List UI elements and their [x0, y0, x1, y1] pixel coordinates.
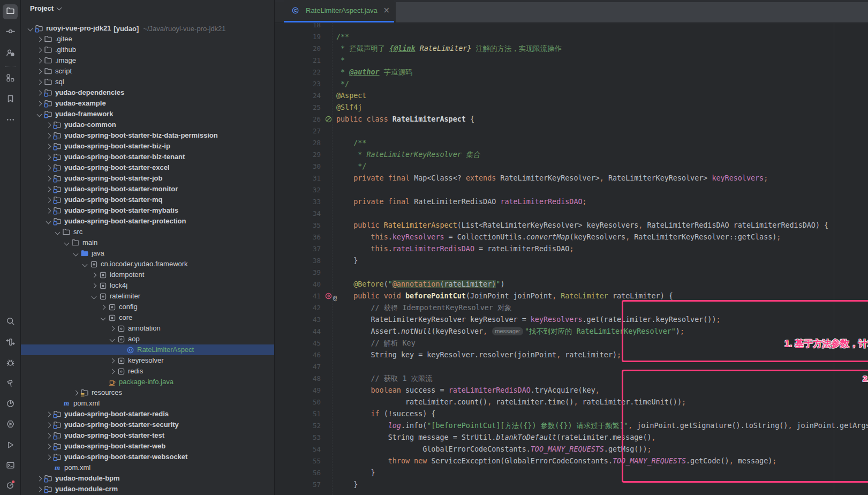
tree-chevron-icon[interactable]	[44, 206, 52, 215]
tree-chevron-icon[interactable]	[44, 163, 52, 172]
commit-tool-button[interactable]	[3, 25, 18, 40]
tree-item-yudao-spring-boot-starter-security[interactable]: yudao-spring-boot-starter-security	[21, 419, 274, 430]
tree-item-yudao-module-crm[interactable]: yudao-module-crm	[21, 484, 274, 494]
tree-item-cn-iocoder-yudao-framework[interactable]: cn.iocoder.yudao.framework	[21, 259, 274, 269]
tree-chevron-icon[interactable]	[108, 335, 116, 343]
tree-item-script[interactable]: script	[21, 66, 274, 77]
tree-chevron-icon[interactable]	[35, 99, 43, 108]
tree-chevron-icon[interactable]	[99, 313, 107, 322]
structure-tool-button[interactable]	[3, 71, 18, 86]
tree-chevron-icon[interactable]	[35, 78, 43, 86]
tree-item-keyresolver[interactable]: keyresolver	[21, 355, 274, 366]
line-number[interactable]: 46	[275, 349, 321, 361]
line-number[interactable]: 32	[275, 184, 321, 196]
tree-chevron-icon[interactable]	[80, 260, 89, 268]
line-number[interactable]: 42	[275, 302, 321, 314]
tree-chevron-icon[interactable]	[35, 35, 43, 43]
tree-item-pom-xml[interactable]: mpom.xml	[21, 462, 274, 473]
line-number[interactable]: 54	[275, 444, 321, 455]
tree-item-yudao-spring-boot-starter-biz-tenant[interactable]: yudao-spring-boot-starter-biz-tenant	[21, 152, 274, 162]
line-number[interactable]: 49	[275, 385, 321, 396]
line-number[interactable]: 19	[275, 31, 321, 43]
line-number[interactable]: 27	[275, 125, 321, 137]
line-number[interactable]: 28	[275, 137, 321, 149]
search-tool-button[interactable]	[3, 314, 18, 329]
tree-chevron-icon[interactable]	[44, 142, 52, 151]
line-number[interactable]: 37	[275, 243, 321, 255]
run-tool-button[interactable]	[3, 438, 18, 453]
line-number[interactable]: 48	[275, 373, 321, 385]
tree-item--github[interactable]: .github	[21, 44, 274, 55]
tree-item-yudao-spring-boot-starter-test[interactable]: yudao-spring-boot-starter-test	[21, 430, 274, 441]
tree-item-ruoyi-vue-pro-jdk21[interactable]: ruoyi-vue-pro-jdk21[yudao]~/Java/ruoyi-v…	[21, 23, 274, 34]
tree-item-redis[interactable]: redis	[21, 366, 274, 377]
gutter-icons[interactable]: @	[324, 292, 337, 301]
line-number[interactable]: 45	[275, 338, 321, 349]
line-number[interactable]: 36	[275, 231, 321, 243]
tree-item-package-info-java[interactable]: package-info.java	[21, 377, 274, 387]
door-arrows-tool-button[interactable]	[3, 335, 18, 350]
tree-item-yudao-spring-boot-starter-monitor[interactable]: yudao-spring-boot-starter-monitor	[21, 184, 274, 194]
tree-item-yudao-dependencies[interactable]: yudao-dependencies	[21, 87, 274, 98]
tree-item-yudao-spring-boot-starter-redis[interactable]: yudao-spring-boot-starter-redis	[21, 409, 274, 419]
line-number[interactable]: 44	[275, 326, 321, 338]
tree-chevron-icon[interactable]	[44, 410, 52, 418]
line-number[interactable]: 29	[275, 149, 321, 161]
tree-item-ratelimiter[interactable]: ratelimiter	[21, 291, 274, 302]
tree-chevron-icon[interactable]	[44, 153, 52, 161]
tree-chevron-icon[interactable]	[35, 46, 43, 54]
line-number[interactable]: 22	[275, 66, 321, 78]
tree-item-yudao-spring-boot-starter-websocket[interactable]: yudao-spring-boot-starter-websocket	[21, 452, 274, 462]
tree-item-annotation[interactable]: annotation	[21, 323, 274, 334]
line-number[interactable]: 34	[275, 208, 321, 220]
line-number[interactable]: 56	[275, 467, 321, 479]
tab-close-icon[interactable]: ×	[383, 6, 390, 14]
debug-tool-button[interactable]	[3, 356, 18, 371]
tree-chevron-icon[interactable]	[44, 121, 52, 129]
tree-chevron-icon[interactable]	[44, 453, 52, 461]
tree-item-pom-xml[interactable]: mpom.xml	[21, 398, 274, 409]
tree-item-core[interactable]: core	[21, 312, 274, 323]
line-number[interactable]: 50	[275, 396, 321, 408]
line-number[interactable]: 20	[275, 43, 321, 55]
line-number[interactable]: 26	[275, 114, 321, 125]
line-number[interactable]: 51	[275, 408, 321, 420]
tree-item-yudao-spring-boot-starter-job[interactable]: yudao-spring-boot-starter-job	[21, 173, 274, 184]
line-number[interactable]: 24	[275, 90, 321, 102]
line-number[interactable]: 25	[275, 102, 321, 114]
tree-item--image[interactable]: .image	[21, 55, 274, 66]
tree-item-idempotent[interactable]: idempotent	[21, 269, 274, 280]
tree-item-yudao-spring-boot-starter-web[interactable]: yudao-spring-boot-starter-web	[21, 441, 274, 452]
line-number[interactable]: 23	[275, 78, 321, 90]
tree-chevron-icon[interactable]	[44, 174, 52, 183]
line-number[interactable]: 39	[275, 267, 321, 279]
tree-chevron-icon[interactable]	[62, 238, 71, 247]
tree-item-aop[interactable]: aop	[21, 334, 274, 344]
editor-tab[interactable]: C RateLimiterAspect.java ×	[284, 0, 394, 22]
tree-item-ratelimiteraspect[interactable]: CRateLimiterAspect	[21, 344, 274, 355]
tree-chevron-icon[interactable]	[71, 388, 80, 397]
tree-chevron-icon[interactable]	[26, 24, 34, 33]
tree-item-java[interactable]: java	[21, 248, 274, 259]
line-number[interactable]: 53	[275, 432, 321, 444]
tree-item-config[interactable]: config	[21, 302, 274, 312]
tree-item-resources[interactable]: resources	[21, 387, 274, 398]
tree-item-src[interactable]: src	[21, 227, 274, 237]
line-number[interactable]: 57	[275, 479, 321, 491]
line-number[interactable]: 43	[275, 314, 321, 326]
tree-item-sql[interactable]: sql	[21, 77, 274, 87]
tree-item-yudao-spring-boot-starter-protection[interactable]: yudao-spring-boot-starter-protection	[21, 216, 274, 227]
tree-item-lock4j[interactable]: lock4j	[21, 280, 274, 291]
line-number[interactable]: 31	[275, 172, 321, 184]
tree-chevron-icon[interactable]	[108, 367, 116, 376]
tree-chevron-icon[interactable]	[44, 421, 52, 429]
tree-chevron-icon[interactable]	[44, 196, 52, 204]
tree-chevron-icon[interactable]	[44, 217, 52, 226]
tree-chevron-icon[interactable]	[44, 431, 52, 440]
line-number[interactable]: 47	[275, 361, 321, 373]
line-number[interactable]: 52	[275, 420, 321, 432]
more-tool-windows-tool-button[interactable]	[3, 113, 18, 128]
tree-chevron-icon[interactable]	[108, 324, 116, 333]
line-number[interactable]: 35	[275, 220, 321, 231]
tree-item-yudao-spring-boot-starter-biz-ip[interactable]: yudao-spring-boot-starter-biz-ip	[21, 141, 274, 152]
